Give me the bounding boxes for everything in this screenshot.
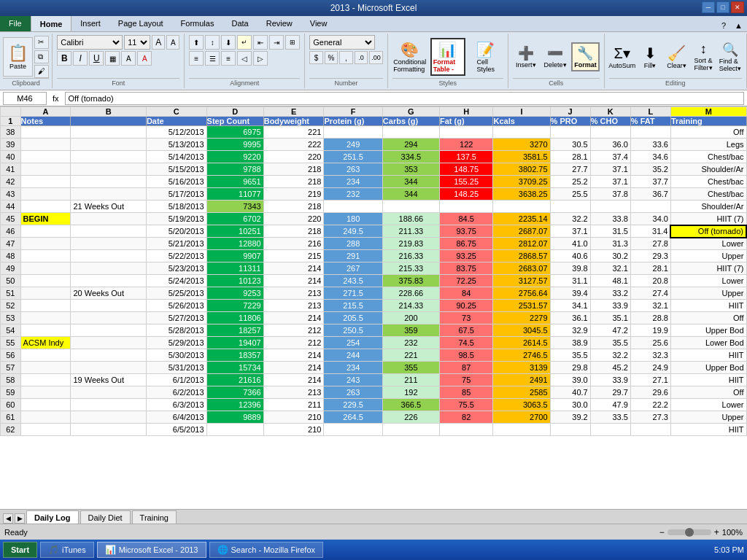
cell-bodyweight[interactable]: 214 <box>263 362 324 374</box>
sort-filter-btn[interactable]: ↕ Sort &Filter▾ <box>692 42 716 71</box>
cell-date[interactable]: 5/28/2013 <box>146 324 206 337</box>
cell-fat[interactable]: 82 <box>439 411 493 424</box>
underline-btn[interactable]: U <box>89 51 104 66</box>
cell-carbs[interactable]: 215.33 <box>382 262 439 275</box>
tab-daily-diet[interactable]: Daily Diet <box>80 510 131 524</box>
cell-protein[interactable]: 271.5 <box>324 287 382 300</box>
indent-less-btn[interactable]: ◁ <box>237 51 252 66</box>
cell-pct-fat[interactable]: 19.9 <box>630 324 670 337</box>
cell-fat[interactable]: 74.5 <box>439 337 493 349</box>
tab-formulas[interactable]: Formulas <box>172 15 223 31</box>
cell-b[interactable] <box>71 163 146 176</box>
cell-carbs[interactable]: 200 <box>382 312 439 324</box>
cell-date[interactable]: 6/2/2013 <box>146 386 206 399</box>
fill-btn[interactable]: ⬇ Fill▾ <box>638 44 662 69</box>
cell-training[interactable]: Upper Bod <box>670 362 746 374</box>
cell-step-count[interactable]: 9907 <box>206 250 263 262</box>
cell-pct-fat[interactable]: 29.3 <box>630 250 670 262</box>
cell-pct-fat[interactable]: 24.9 <box>630 362 670 374</box>
cell-b[interactable] <box>71 126 146 139</box>
cell-carbs[interactable]: 344 <box>382 176 439 188</box>
cell-a[interactable] <box>20 262 71 275</box>
cell-carbs[interactable] <box>382 126 439 139</box>
cell-protein[interactable]: 249.5 <box>324 225 382 238</box>
cell-bodyweight[interactable]: 214 <box>263 312 324 324</box>
cell-step-count[interactable]: 9220 <box>206 151 263 163</box>
cell-pct-pro[interactable]: 39.0 <box>550 374 590 386</box>
col-header-m[interactable]: M <box>670 107 746 117</box>
cell-pct-pro[interactable]: 27.7 <box>550 163 590 176</box>
cell-date[interactable]: 5/12/2013 <box>146 126 206 139</box>
tab-insert[interactable]: Insert <box>71 15 109 31</box>
cell-pct-pro[interactable]: 30.0 <box>550 399 590 411</box>
cell-kcals[interactable]: 2868.57 <box>493 250 550 262</box>
cell-training[interactable]: Lower <box>670 275 746 287</box>
cell-kcals[interactable]: 2491 <box>493 374 550 386</box>
cell-1-m[interactable]: Training <box>670 117 746 126</box>
inc-decimal-btn[interactable]: .0 <box>355 51 368 64</box>
cell-a[interactable] <box>20 225 71 238</box>
dec-decimal-btn[interactable]: .00 <box>369 51 382 64</box>
cell-b[interactable] <box>71 312 146 324</box>
cell-pct-fat[interactable]: 32.3 <box>630 349 670 362</box>
cell-bodyweight[interactable]: 222 <box>263 139 324 151</box>
cell-pct-fat[interactable]: 36.7 <box>630 188 670 201</box>
cell-carbs[interactable] <box>382 424 439 436</box>
cell-fat[interactable]: 93.75 <box>439 225 493 238</box>
cell-a[interactable] <box>20 151 71 163</box>
cell-step-count[interactable]: 18357 <box>206 349 263 362</box>
cell-protein[interactable]: 267 <box>324 262 382 275</box>
cell-protein[interactable]: 249 <box>324 139 382 151</box>
cell-pct-fat[interactable]: 27.4 <box>630 287 670 300</box>
cell-a[interactable] <box>20 126 71 139</box>
merge-btn[interactable]: ⊞ <box>285 35 300 50</box>
cell-step-count[interactable]: 7343 <box>206 201 263 213</box>
cell-step-count[interactable] <box>206 424 263 436</box>
cell-carbs[interactable]: 294 <box>382 139 439 151</box>
cell-kcals[interactable]: 2746.5 <box>493 349 550 362</box>
cell-kcals[interactable]: 2235.14 <box>493 213 550 225</box>
tab-training[interactable]: Training <box>132 510 177 524</box>
cell-pct-pro[interactable]: 41.0 <box>550 238 590 250</box>
cell-bodyweight[interactable]: 220 <box>263 213 324 225</box>
cell-protein[interactable] <box>324 201 382 213</box>
cell-step-count[interactable]: 9253 <box>206 287 263 300</box>
cell-protein[interactable]: 244 <box>324 349 382 362</box>
cell-a[interactable] <box>20 411 71 424</box>
cell-step-count[interactable]: 10251 <box>206 225 263 238</box>
cell-protein[interactable]: 288 <box>324 238 382 250</box>
cell-protein[interactable]: 254 <box>324 337 382 349</box>
cell-date[interactable]: 6/1/2013 <box>146 374 206 386</box>
cell-1-f[interactable]: Protein (g) <box>324 117 382 126</box>
cell-fat[interactable]: 86.75 <box>439 238 493 250</box>
cell-pct-cho[interactable]: 48.1 <box>590 275 630 287</box>
cell-b[interactable] <box>71 238 146 250</box>
cell-pct-pro[interactable] <box>550 126 590 139</box>
cell-training[interactable]: Legs <box>670 139 746 151</box>
cell-pct-cho[interactable]: 33.9 <box>590 374 630 386</box>
cell-carbs[interactable]: 211 <box>382 374 439 386</box>
insert-cells-btn[interactable]: ➕ Insert▾ <box>513 45 539 69</box>
cell-b[interactable] <box>71 275 146 287</box>
cell-date[interactable]: 5/22/2013 <box>146 250 206 262</box>
cell-b[interactable] <box>71 324 146 337</box>
cell-kcals[interactable]: 3139 <box>493 362 550 374</box>
cell-pct-pro[interactable]: 31.1 <box>550 275 590 287</box>
cell-a[interactable] <box>20 424 71 436</box>
cell-a[interactable] <box>20 250 71 262</box>
cell-b[interactable] <box>71 262 146 275</box>
cell-step-count[interactable]: 11806 <box>206 312 263 324</box>
cell-pct-pro[interactable]: 39.4 <box>550 287 590 300</box>
cell-pct-fat[interactable]: 27.3 <box>630 411 670 424</box>
cell-carbs[interactable]: 221 <box>382 349 439 362</box>
cell-a[interactable] <box>20 139 71 151</box>
cell-pct-cho[interactable]: 37.1 <box>590 163 630 176</box>
cell-step-count[interactable]: 18257 <box>206 324 263 337</box>
cell-pct-fat[interactable]: 28.1 <box>630 262 670 275</box>
cell-b[interactable] <box>71 349 146 362</box>
cell-pct-pro[interactable]: 34.1 <box>550 300 590 312</box>
col-header-i[interactable]: I <box>493 107 550 117</box>
cell-bodyweight[interactable]: 210 <box>263 424 324 436</box>
cell-pct-cho[interactable]: 45.2 <box>590 362 630 374</box>
cell-a[interactable] <box>20 201 71 213</box>
